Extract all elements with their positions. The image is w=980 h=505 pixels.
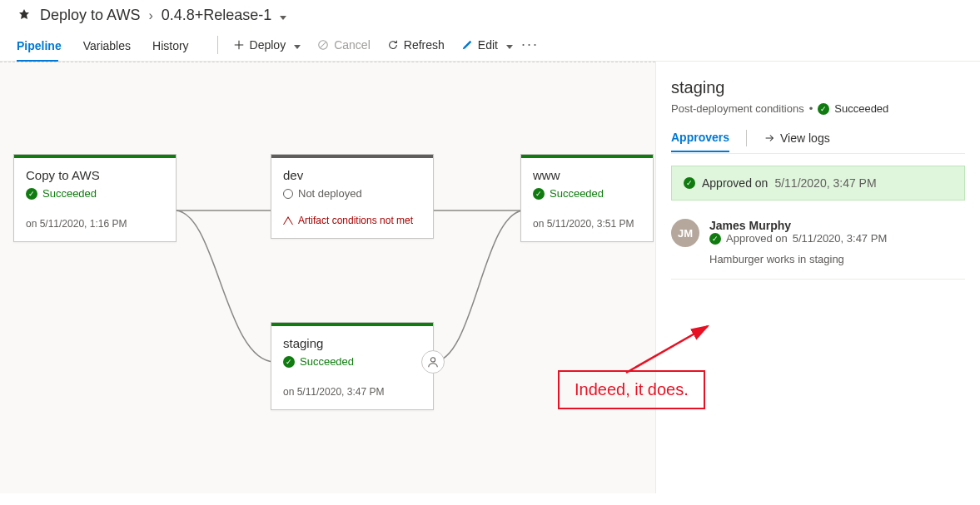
approver-status-date: 5/11/2020, 3:47 PM bbox=[793, 232, 887, 245]
stage-card-www[interactable]: www Succeeded on 5/11/2020, 3:51 PM bbox=[520, 154, 654, 242]
view-logs-label: View logs bbox=[780, 131, 830, 145]
person-icon bbox=[427, 356, 439, 368]
stage-title: staging bbox=[283, 336, 421, 350]
stage-timestamp: on 5/11/2020, 3:47 PM bbox=[283, 386, 421, 398]
connector bbox=[433, 194, 525, 227]
arrow-right-icon bbox=[764, 132, 775, 144]
annotation-text: Indeed, it does. bbox=[575, 380, 689, 399]
breadcrumb-root[interactable]: Deploy to AWS bbox=[40, 7, 140, 24]
condition-label: Post-deployment conditions bbox=[671, 102, 804, 115]
stage-timestamp: on 5/11/2020, 1:16 PM bbox=[26, 218, 164, 230]
tab-history[interactable]: History bbox=[152, 34, 197, 61]
connector bbox=[433, 196, 525, 379]
secondary-nav: Pipeline Variables History Deploy Cancel… bbox=[0, 27, 980, 62]
stage-card-copy[interactable]: Copy to AWS Succeeded on 5/11/2020, 1:16… bbox=[13, 154, 177, 242]
approver-name: James Murphy bbox=[709, 219, 887, 232]
separator bbox=[746, 130, 747, 146]
stage-status: Succeeded bbox=[42, 187, 97, 200]
annotation-callout: Indeed, it does. bbox=[558, 370, 705, 409]
panel-condition: Post-deployment conditions • Succeeded bbox=[671, 102, 965, 115]
breadcrumb-bar: Deploy to AWS › 0.4.8+Release-1 bbox=[0, 0, 980, 27]
refresh-label: Refresh bbox=[404, 38, 445, 52]
chevron-down-icon bbox=[291, 38, 301, 52]
approved-banner: Approved on 5/11/2020, 3:47 PM bbox=[671, 166, 965, 201]
cancel-button: Cancel bbox=[309, 35, 379, 60]
pencil-icon bbox=[461, 39, 473, 51]
plus-icon bbox=[233, 39, 245, 51]
notdeployed-icon bbox=[283, 189, 293, 199]
chevron-down-icon bbox=[503, 38, 513, 52]
approver-entry: JM James Murphy Approved on 5/11/2020, 3… bbox=[671, 219, 965, 265]
release-name: 0.4.8+Release-1 bbox=[162, 7, 272, 24]
panel-title: staging bbox=[671, 78, 965, 97]
svg-point-1 bbox=[430, 358, 435, 362]
breadcrumb-separator: › bbox=[148, 8, 152, 23]
deploy-label: Deploy bbox=[250, 38, 286, 52]
panel-tab-approvers[interactable]: Approvers bbox=[671, 131, 729, 152]
stage-timestamp: on 5/11/2020, 3:51 PM bbox=[533, 218, 641, 230]
success-icon bbox=[684, 177, 695, 189]
connector bbox=[175, 194, 275, 227]
release-icon bbox=[17, 8, 32, 23]
approval-badge[interactable] bbox=[421, 350, 445, 374]
refresh-icon bbox=[387, 39, 399, 51]
banner-date: 5/11/2020, 3:47 PM bbox=[774, 176, 876, 190]
cancel-icon bbox=[317, 39, 329, 51]
panel-tabs: Approvers View logs bbox=[671, 130, 965, 154]
edit-button[interactable]: Edit bbox=[453, 35, 521, 60]
stage-card-staging[interactable]: staging Succeeded on 5/11/2020, 3:47 PM bbox=[271, 322, 434, 410]
success-icon bbox=[26, 188, 37, 200]
stage-status: Succeeded bbox=[300, 355, 354, 368]
chevron-down-icon bbox=[276, 7, 286, 24]
approver-status-prefix: Approved on bbox=[726, 232, 788, 245]
deploy-button[interactable]: Deploy bbox=[225, 35, 310, 60]
tab-variables[interactable]: Variables bbox=[83, 34, 139, 61]
view-logs-link[interactable]: View logs bbox=[764, 131, 830, 151]
success-icon bbox=[818, 103, 829, 115]
stage-status: Not deployed bbox=[298, 187, 362, 200]
details-panel: staging Post-deployment conditions • Suc… bbox=[655, 62, 980, 493]
approver-comment: Hamburger works in staging bbox=[709, 253, 887, 265]
banner-prefix: Approved on bbox=[702, 176, 768, 190]
edit-label: Edit bbox=[478, 38, 498, 52]
avatar: JM bbox=[671, 219, 699, 247]
workspace: Copy to AWS Succeeded on 5/11/2020, 1:16… bbox=[0, 62, 980, 493]
stage-card-dev[interactable]: dev Not deployed Artifact conditions not… bbox=[271, 154, 434, 239]
connector bbox=[175, 196, 275, 379]
stage-title: www bbox=[533, 168, 641, 182]
success-icon bbox=[533, 188, 545, 200]
stage-title: Copy to AWS bbox=[26, 168, 164, 182]
success-icon bbox=[709, 233, 721, 245]
more-menu[interactable]: ··· bbox=[521, 36, 539, 60]
refresh-button[interactable]: Refresh bbox=[379, 35, 453, 60]
tab-pipeline[interactable]: Pipeline bbox=[17, 34, 70, 61]
stage-status: Succeeded bbox=[550, 187, 604, 200]
success-icon bbox=[283, 356, 295, 368]
cancel-label: Cancel bbox=[334, 38, 371, 52]
condition-status: Succeeded bbox=[834, 102, 888, 115]
divider bbox=[671, 279, 965, 280]
pipeline-canvas[interactable]: Copy to AWS Succeeded on 5/11/2020, 1:16… bbox=[0, 62, 655, 493]
separator bbox=[217, 36, 218, 54]
release-dropdown[interactable]: 0.4.8+Release-1 bbox=[162, 7, 287, 24]
stage-title: dev bbox=[283, 168, 421, 182]
warning-icon bbox=[283, 216, 293, 225]
stage-warning: Artifact conditions not met bbox=[298, 215, 413, 226]
